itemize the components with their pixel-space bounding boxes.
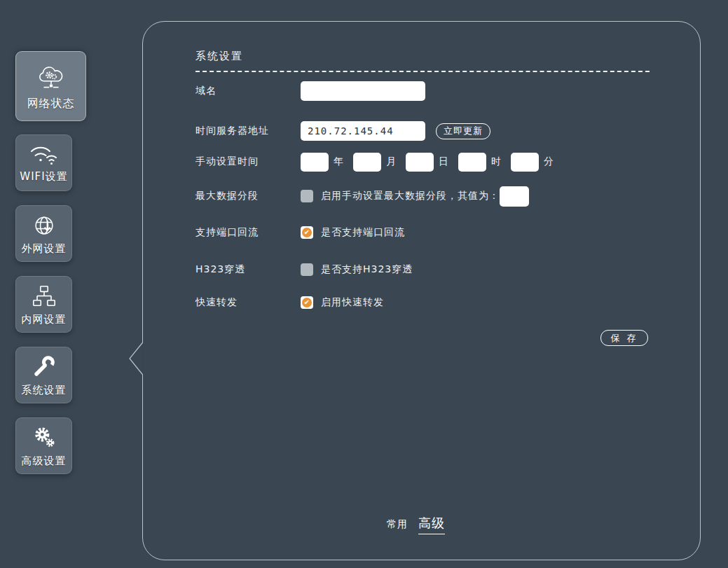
sidebar-item-label: 系统设置 — [22, 384, 67, 397]
fast-forward-label: 快速转发 — [195, 296, 301, 309]
sidebar-item-label: 内网设置 — [22, 313, 67, 326]
domain-input[interactable] — [301, 81, 425, 101]
tab-common[interactable]: 常用 — [387, 518, 408, 531]
cloud-network-icon — [35, 62, 67, 94]
sidebar-item-wifi-settings[interactable]: WIFI设置 — [15, 134, 72, 191]
h323-checkbox-label: 是否支持H323穿透 — [321, 263, 413, 276]
check-icon: ✔ — [302, 228, 312, 237]
port-loopback-checkbox-label: 是否支持端口回流 — [321, 226, 405, 239]
fast-forward-row: 快速转发 ✔ 启用快速转发 — [195, 292, 384, 313]
sidebar-item-lan-settings[interactable]: 内网设置 — [15, 276, 72, 333]
tab-advanced[interactable]: 高级 — [418, 515, 445, 534]
update-now-button[interactable]: 立即更新 — [436, 123, 490, 139]
settings-panel: 系统设置 域名 时间服务器地址 立即更新 手动设置时间 年 月 日 时 分 — [142, 21, 701, 560]
globe-download-icon — [30, 212, 58, 240]
minute-input[interactable] — [511, 153, 539, 172]
sidebar-item-wan-settings[interactable]: 外网设置 — [15, 205, 72, 262]
h323-checkbox[interactable] — [301, 263, 313, 276]
mss-checkbox-label: 启用手动设置最大数据分段，其值为： — [321, 190, 500, 202]
year-unit-label: 年 — [334, 155, 343, 168]
port-loopback-label: 支持端口回流 — [195, 226, 301, 239]
manual-time-row: 手动设置时间 年 月 日 时 分 — [195, 151, 554, 172]
sidebar-item-advanced-settings[interactable]: 高级设置 — [15, 417, 72, 474]
sidebar-item-label: WIFI设置 — [20, 170, 67, 183]
wrench-icon — [30, 353, 58, 381]
fast-forward-checkbox[interactable]: ✔ — [301, 296, 313, 309]
manual-time-label: 手动设置时间 — [195, 155, 301, 168]
sidebar-item-system-settings[interactable]: 系统设置 — [15, 347, 72, 403]
save-button[interactable]: 保 存 — [600, 330, 648, 346]
minute-unit-label: 分 — [544, 155, 554, 168]
sidebar-item-network-status[interactable]: 网络状态 — [15, 51, 86, 121]
router-admin-page: 网络状态 WIFI设置 外网设置 — [0, 0, 728, 568]
year-input[interactable] — [301, 153, 329, 172]
h323-row: H323穿透 是否支持H323穿透 — [195, 259, 413, 280]
sidebar-item-label: 外网设置 — [22, 242, 67, 256]
day-input[interactable] — [406, 153, 434, 172]
mss-label: 最大数据分段 — [195, 190, 301, 202]
gears-icon — [30, 424, 58, 452]
check-icon: ✔ — [302, 298, 312, 307]
mss-checkbox[interactable] — [301, 190, 313, 202]
mss-row: 最大数据分段 启用手动设置最大数据分段，其值为： — [195, 186, 529, 207]
month-unit-label: 月 — [386, 155, 396, 168]
mss-value-input[interactable] — [500, 186, 529, 207]
domain-row: 域名 — [195, 81, 425, 102]
time-server-input[interactable] — [301, 121, 425, 141]
day-unit-label: 日 — [439, 155, 448, 168]
title-divider — [195, 71, 650, 72]
h323-label: H323穿透 — [195, 263, 301, 276]
panel-notch-arrow — [123, 340, 151, 377]
wifi-icon — [29, 142, 60, 167]
hour-unit-label: 时 — [491, 155, 501, 168]
sidebar-item-label: 高级设置 — [22, 455, 67, 468]
sidebar-item-label: 网络状态 — [27, 97, 75, 111]
fast-forward-checkbox-label: 启用快速转发 — [321, 296, 384, 309]
month-input[interactable] — [353, 153, 381, 172]
domain-label: 域名 — [195, 85, 301, 97]
page-title: 系统设置 — [195, 50, 243, 63]
port-loopback-checkbox[interactable]: ✔ — [301, 226, 313, 239]
time-server-label: 时间服务器地址 — [195, 125, 301, 137]
time-server-row: 时间服务器地址 立即更新 — [195, 120, 490, 141]
sitemap-icon — [29, 282, 59, 310]
hour-input[interactable] — [458, 153, 486, 172]
port-loopback-row: 支持端口回流 ✔ 是否支持端口回流 — [195, 222, 405, 243]
